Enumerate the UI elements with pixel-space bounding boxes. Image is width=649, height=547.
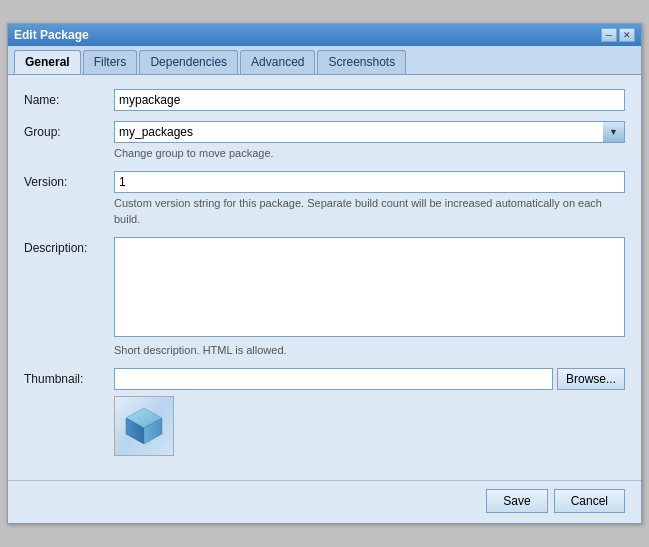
thumbnail-input-area: Browse... xyxy=(114,368,625,456)
version-row: Version: Custom version string for this … xyxy=(24,171,625,227)
description-hint: Short description. HTML is allowed. xyxy=(114,343,625,358)
save-button[interactable]: Save xyxy=(486,489,547,513)
group-field: my_packages default other ▼ Change group… xyxy=(114,121,625,161)
title-bar-buttons: ─ ✕ xyxy=(601,28,635,42)
description-textarea[interactable] xyxy=(114,237,625,337)
tab-general[interactable]: General xyxy=(14,50,81,74)
close-button[interactable]: ✕ xyxy=(619,28,635,42)
tab-dependencies[interactable]: Dependencies xyxy=(139,50,238,74)
group-hint: Change group to move package. xyxy=(114,146,625,161)
group-select-wrapper: my_packages default other ▼ xyxy=(114,121,625,143)
footer: Save Cancel xyxy=(8,480,641,523)
edit-package-window: Edit Package ─ ✕ General Filters Depende… xyxy=(7,23,642,525)
thumbnail-preview xyxy=(114,396,174,456)
thumbnail-label: Thumbnail: xyxy=(24,368,114,386)
thumbnail-browse-area: Browse... xyxy=(114,368,625,390)
version-input[interactable] xyxy=(114,171,625,193)
cancel-button[interactable]: Cancel xyxy=(554,489,625,513)
cube-icon xyxy=(120,402,168,450)
window-title: Edit Package xyxy=(14,28,89,42)
tab-advanced[interactable]: Advanced xyxy=(240,50,315,74)
name-label: Name: xyxy=(24,89,114,107)
title-bar: Edit Package ─ ✕ xyxy=(8,24,641,46)
description-field: Short description. HTML is allowed. xyxy=(114,237,625,358)
thumbnail-path-input[interactable] xyxy=(114,368,553,390)
version-label: Version: xyxy=(24,171,114,189)
tab-bar: General Filters Dependencies Advanced Sc… xyxy=(8,46,641,75)
group-select[interactable]: my_packages default other xyxy=(114,121,625,143)
tab-filters[interactable]: Filters xyxy=(83,50,138,74)
name-input[interactable] xyxy=(114,89,625,111)
tab-screenshots[interactable]: Screenshots xyxy=(317,50,406,74)
description-row: Description: Short description. HTML is … xyxy=(24,237,625,358)
browse-button[interactable]: Browse... xyxy=(557,368,625,390)
minimize-button[interactable]: ─ xyxy=(601,28,617,42)
description-label: Description: xyxy=(24,237,114,255)
group-row: Group: my_packages default other ▼ Chang… xyxy=(24,121,625,161)
name-field xyxy=(114,89,625,111)
version-hint: Custom version string for this package. … xyxy=(114,196,625,227)
group-label: Group: xyxy=(24,121,114,139)
thumbnail-row: Thumbnail: Browse... xyxy=(24,368,625,456)
version-field: Custom version string for this package. … xyxy=(114,171,625,227)
name-row: Name: xyxy=(24,89,625,111)
form-content: Name: Group: my_packages default other ▼… xyxy=(8,75,641,481)
